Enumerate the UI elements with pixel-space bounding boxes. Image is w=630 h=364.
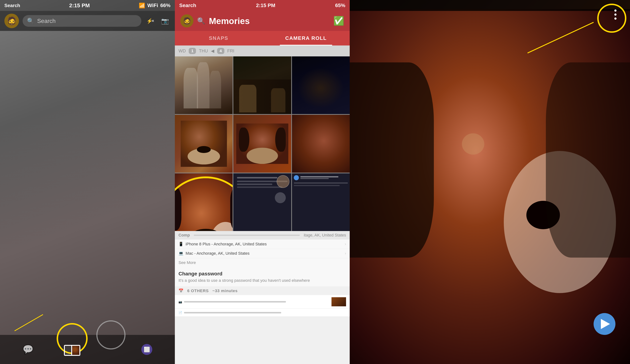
video-status-bar xyxy=(350,0,630,11)
memories-date-bar: WD 1 THU ◀ 4 FRI xyxy=(175,45,350,56)
grid-cell-movie1[interactable] xyxy=(175,56,232,114)
dot-1 xyxy=(614,9,616,12)
grid-cell-movie3[interactable] xyxy=(292,56,350,114)
camera-icon: 📷 xyxy=(161,17,169,24)
memories-scroll-area[interactable]: Comp itage, AK, United States 📱 iPhone 8… xyxy=(175,56,350,364)
search-icon-panel1: 🔍 xyxy=(27,17,34,24)
dot-3 xyxy=(614,17,616,20)
memories-settings-area: Comp itage, AK, United States 📱 iPhone 8… xyxy=(175,231,350,317)
memories-status-time: 2:15 PM xyxy=(256,2,276,8)
top-bar-panel1: 🧔 🔍 Search ⚡ ✕ 📷 xyxy=(0,11,175,31)
memories-small-icon: 📷 xyxy=(178,300,182,304)
avatar-memories[interactable]: 🧔 xyxy=(180,14,194,27)
dot-2 xyxy=(614,13,616,16)
date-tag-1: 1 xyxy=(189,48,196,54)
top-bar-actions: ⚡ ✕ 📷 xyxy=(145,15,170,26)
shutter-button[interactable] xyxy=(96,320,126,350)
grid-cell-dog4[interactable] xyxy=(175,173,232,231)
location-bar xyxy=(194,235,300,236)
flash-off-button[interactable]: ⚡ ✕ xyxy=(145,15,156,26)
memory-bar-1 xyxy=(184,301,286,303)
panel-search: Search 2:15 PM 📶 WiFi 66% 🧔 🔍 Search ⚡ ✕… xyxy=(0,0,175,364)
phone-icon: 📱 xyxy=(178,242,184,246)
grid-cell-dog2[interactable] xyxy=(233,115,291,173)
section-header-events: 📅 6 OTHERS ~33 minutes xyxy=(175,287,350,295)
locations-label: Comp xyxy=(178,233,190,238)
pages-section-row[interactable]: 📄 xyxy=(175,309,350,317)
memories-section-row[interactable]: 📷 xyxy=(175,295,350,309)
computer-icon: 💻 xyxy=(178,251,184,256)
tab-snaps-label: SNAPS xyxy=(209,35,228,41)
tab-snaps[interactable]: SNAPS xyxy=(175,31,262,45)
play-icon xyxy=(601,319,610,329)
memories-top-bar: 🧔 🔍 Memories ✅ xyxy=(175,11,350,31)
battery-panel1: 66% xyxy=(160,2,170,8)
memories-tabs: SNAPS CAMERA ROLL xyxy=(175,31,350,45)
camera-flip-button[interactable]: 📷 xyxy=(160,15,170,26)
date-separator: ◀ xyxy=(211,48,214,53)
avatar-emoji-memories: 🧔 xyxy=(183,17,191,25)
dog-video-content xyxy=(350,0,630,364)
date-label-fri: FRI xyxy=(227,48,234,53)
pages-bar xyxy=(184,312,281,313)
see-more-label: See More xyxy=(178,260,196,265)
iphone-location-text: iPhone 8 Plus - Anchorage, AK, United St… xyxy=(186,242,342,246)
panel-memories: Search 2:15 PM 65% 🧔 🔍 Memories ✅ SNAPS … xyxy=(175,0,350,364)
memories-check-button[interactable]: ✅ xyxy=(333,15,344,26)
status-time-panel1: 2:15 PM xyxy=(69,2,90,8)
nav-stories[interactable]: ⬜ xyxy=(141,344,152,355)
memories-photo-grid xyxy=(175,56,350,231)
chat-icon: 💬 xyxy=(22,344,34,355)
arrow-right-icon: › xyxy=(345,242,346,246)
pages-small-icon: 📄 xyxy=(178,311,182,314)
events-count: 6 OTHERS xyxy=(187,289,209,293)
date-label-wd: WD xyxy=(178,48,186,53)
location-suffix: itage, AK, United States xyxy=(304,233,346,238)
memories-icon xyxy=(64,343,80,356)
memories-status-battery: 65% xyxy=(335,2,345,8)
nav-memories[interactable] xyxy=(64,343,80,356)
memories-status-left: Search xyxy=(179,2,196,8)
grid-cell-movie2[interactable] xyxy=(233,56,291,114)
memory-thumbnail xyxy=(332,297,346,306)
change-password-subtitle: It's a good idea to use a strong passwor… xyxy=(178,278,346,283)
mac-location-text: Mac - Anchorage, AK, United States xyxy=(186,251,342,256)
status-app-name: Search xyxy=(4,3,20,8)
memories-title: Memories xyxy=(209,16,250,26)
grid-cell-dog1[interactable] xyxy=(175,115,232,173)
grid-cell-dog3[interactable] xyxy=(292,115,350,173)
nav-chat[interactable]: 💬 xyxy=(22,344,34,355)
stories-icon: ⬜ xyxy=(141,344,152,355)
play-button[interactable] xyxy=(594,313,616,335)
see-more-row[interactable]: See More xyxy=(175,258,350,267)
search-placeholder-panel1: Search xyxy=(37,18,56,24)
more-options-button[interactable] xyxy=(608,7,623,22)
events-time: ~33 minutes xyxy=(212,289,238,293)
status-bar-panel1: Search 2:15 PM 📶 WiFi 66% xyxy=(0,0,175,11)
grid-cell-screenshot[interactable] xyxy=(233,173,291,231)
date-tag-4: 4 xyxy=(217,48,224,54)
avatar-panel1[interactable]: 🧔 xyxy=(4,14,19,28)
memories-title-area: 🧔 🔍 Memories xyxy=(180,14,250,27)
avatar-emoji: 🧔 xyxy=(7,16,17,26)
grid-cell-mixed[interactable] xyxy=(292,173,350,231)
wifi-icon: WiFi xyxy=(147,2,158,8)
check-circle-icon: ✅ xyxy=(333,16,344,26)
search-bar-panel1[interactable]: 🔍 Search xyxy=(22,15,141,27)
events-icon: 📅 xyxy=(178,289,184,293)
info-row-locations-header: Comp itage, AK, United States xyxy=(175,231,350,240)
panel-video xyxy=(350,0,630,364)
info-row-iphone[interactable]: 📱 iPhone 8 Plus - Anchorage, AK, United … xyxy=(175,240,350,249)
bottom-nav-panel1: 💬 ⬜ xyxy=(0,335,175,364)
dog-closeup-circle xyxy=(175,177,232,231)
arrow-right-mac: › xyxy=(345,251,346,256)
change-password-section[interactable]: Change password It's a good idea to use … xyxy=(175,267,350,287)
info-row-mac[interactable]: 💻 Mac - Anchorage, AK, United States › xyxy=(175,249,350,258)
tab-camera-roll[interactable]: CAMERA ROLL xyxy=(262,31,350,45)
change-password-title: Change password xyxy=(178,271,346,277)
search-icon-memories: 🔍 xyxy=(197,17,205,25)
date-label-thu: THU xyxy=(199,48,208,53)
signal-icon: 📶 xyxy=(139,2,145,8)
tab-camera-roll-label: CAMERA ROLL xyxy=(285,35,327,41)
status-bar-memories: Search 2:15 PM 65% xyxy=(175,0,350,11)
